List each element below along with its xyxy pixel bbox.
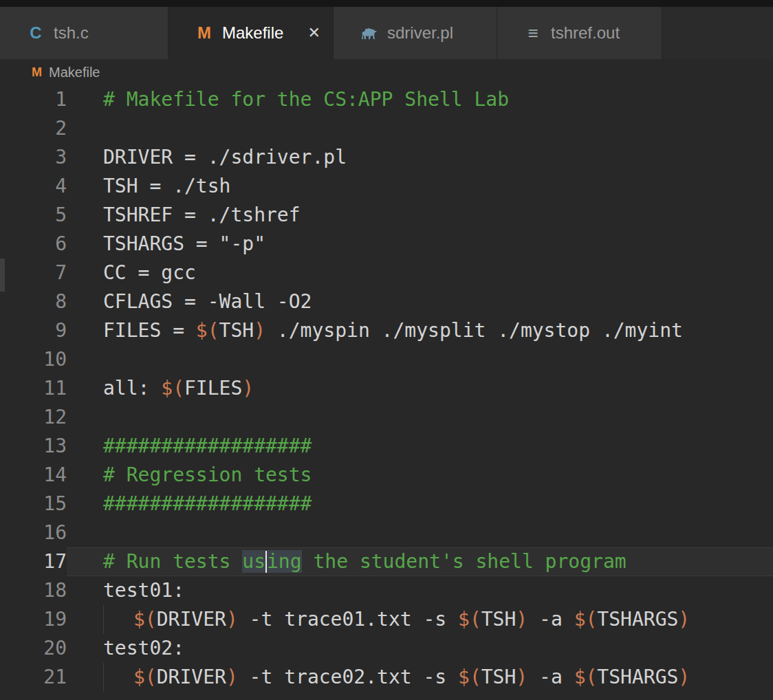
code-token: TSHREF = ./tshref [103,204,301,226]
code-line[interactable]: 3DRIVER = ./sdriver.pl [0,143,773,172]
text-file-icon: ≡ [522,23,544,44]
code-editor[interactable]: 1# Makefile for the CS:APP Shell Lab23DR… [0,85,773,692]
code-token: ) [678,608,690,631]
code-token: ./myspin ./mysplit ./mystop ./myint [265,319,683,342]
line-content: # Run tests using the student's shell pr… [67,547,773,576]
line-content: CFLAGS = -Wall -O2 [67,287,773,316]
tab-label: sdriver.pl [387,23,453,43]
code-token: $( [161,377,184,400]
line-number[interactable]: 18 [0,576,67,605]
code-token: ################## [103,435,312,457]
code-token: -t trace02.txt -s [238,666,458,688]
code-line[interactable]: 18test01: [0,576,773,605]
line-number[interactable]: 9 [0,316,67,345]
code-line[interactable]: 10 [0,345,773,374]
code-line[interactable]: 2 [0,114,773,143]
line-content: # Regression tests [67,461,773,490]
makefile-icon: M [32,65,42,80]
perl-camel-icon [358,26,380,40]
line-number[interactable]: 10 [0,345,67,374]
code-line[interactable]: 9FILES = $(TSH) ./myspin ./mysplit ./mys… [0,316,773,345]
code-line[interactable]: 1# Makefile for the CS:APP Shell Lab [0,85,773,114]
code-token: $( [574,608,598,631]
tab-tsh-c[interactable]: C tsh.c [0,7,168,59]
code-token: $( [574,666,598,688]
code-line[interactable]: 16 [0,518,773,547]
line-number[interactable]: 3 [0,143,67,172]
line-number[interactable]: 12 [0,403,67,432]
code-token: TSH [219,319,254,342]
code-line[interactable]: 5TSHREF = ./tshref [0,201,773,230]
line-content: test02: [67,634,773,663]
line-number[interactable]: 4 [0,172,67,201]
code-line[interactable]: 17# Run tests using the student's shell … [0,547,773,576]
breadcrumb[interactable]: M Makefile [0,59,773,85]
code-line[interactable]: 11all: $(FILES) [0,374,773,403]
line-content: FILES = $(TSH) ./myspin ./mysplit ./myst… [67,316,773,345]
close-tab-icon[interactable]: ✕ [293,24,320,42]
code-token: # Regression tests [103,463,312,486]
code-token: # Run tests [103,550,242,573]
code-line[interactable]: 6TSHARGS = "-p" [0,230,773,259]
tab-bar: C tsh.c M Makefile ✕ sdriver.pl ≡ tshref… [0,7,773,59]
line-number[interactable]: 7 [0,259,67,287]
code-line[interactable]: 15################## [0,490,773,518]
line-content: all: $(FILES) [67,374,773,403]
line-content: # Makefile for the CS:APP Shell Lab [67,85,773,114]
tab-makefile[interactable]: M Makefile ✕ [168,7,334,59]
code-token: TSH = ./tsh [103,175,230,197]
line-number[interactable]: 13 [0,432,67,461]
line-number[interactable]: 19 [0,605,67,634]
code-token: ) [254,319,265,342]
line-number[interactable]: 14 [0,461,67,490]
code-token: DRIVER = ./sdriver.pl [103,146,347,168]
code-line[interactable]: 13################## [0,432,773,461]
code-line[interactable]: 7CC = gcc [0,259,773,287]
code-token: ing [267,550,302,573]
line-number[interactable]: 5 [0,201,67,230]
line-number[interactable]: 16 [0,518,67,547]
line-content [67,345,773,374]
code-line[interactable]: 19$(DRIVER) -t trace01.txt -s $(TSH) -a … [0,605,773,634]
line-content: test01: [67,576,773,605]
line-number[interactable]: 17 [0,547,67,576]
left-edge-handle [0,259,5,292]
tab-label: tshref.out [551,23,620,43]
code-token: TSH [481,666,516,688]
code-line[interactable]: 8CFLAGS = -Wall -O2 [0,287,773,316]
code-token: ) [516,666,527,688]
line-content: DRIVER = ./sdriver.pl [67,143,773,172]
line-number[interactable]: 6 [0,230,67,259]
line-content [67,114,773,143]
line-number[interactable]: 21 [0,663,67,692]
line-content: TSH = ./tsh [67,172,773,201]
line-number[interactable]: 20 [0,634,67,663]
line-content: ################## [67,432,773,461]
code-token: the student's shell program [302,550,627,573]
code-token: ) [678,666,690,688]
code-token: $( [196,319,219,342]
line-number[interactable]: 1 [0,85,67,114]
line-number[interactable]: 15 [0,490,67,518]
code-token: ) [226,666,238,688]
code-token: $( [458,666,481,688]
code-token: $( [133,666,157,688]
line-content: $(DRIVER) -t trace01.txt -s $(TSH) -a $(… [67,605,773,634]
line-number[interactable]: 11 [0,374,67,403]
tab-sdriver-pl[interactable]: sdriver.pl [334,7,497,59]
breadcrumb-file-label: Makefile [49,65,100,80]
line-number[interactable]: 8 [0,287,67,316]
line-content: ################## [67,490,773,518]
code-token: $( [133,608,157,631]
code-token: ) [516,608,527,631]
code-line[interactable]: 14# Regression tests [0,461,773,490]
code-token: ) [242,377,254,400]
code-line[interactable]: 4TSH = ./tsh [0,172,773,201]
code-token: FILES = [103,319,196,342]
window-top-bar [0,0,773,7]
code-line[interactable]: 12 [0,403,773,432]
line-number[interactable]: 2 [0,114,67,143]
code-line[interactable]: 21$(DRIVER) -t trace02.txt -s $(TSH) -a … [0,663,773,692]
code-line[interactable]: 20test02: [0,634,773,663]
tab-tshref-out[interactable]: ≡ tshref.out [497,7,662,59]
